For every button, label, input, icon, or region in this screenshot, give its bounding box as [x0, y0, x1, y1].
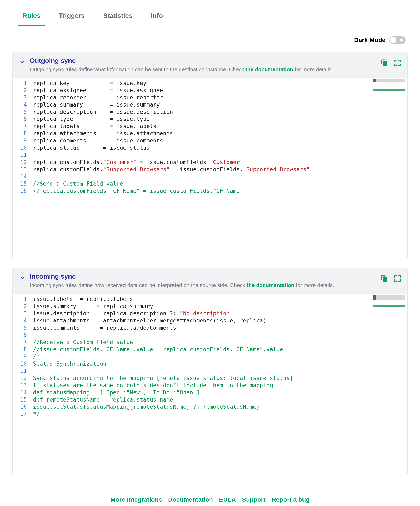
code-line[interactable]: 7replica.labels = issue.labels	[13, 123, 407, 130]
chevron-down-icon[interactable]	[19, 59, 26, 66]
code-text[interactable]: replica.customFields."Supported Browsers…	[33, 166, 407, 173]
outgoing-panel-header: Outgoing sync Outgoing sync rules define…	[13, 52, 407, 78]
code-line[interactable]: 2replica.assignee = issue.assignee	[13, 87, 407, 94]
tab-info[interactable]: Info	[151, 8, 163, 26]
code-text[interactable]: replica.status = issue.status	[33, 144, 407, 151]
code-line[interactable]: 16//replica.customFields."CF Name" = iss…	[13, 187, 407, 194]
footer-documentation[interactable]: Documentation	[168, 496, 213, 503]
code-line[interactable]: 3replica.reporter = issue.reporter	[13, 94, 407, 101]
code-line[interactable]: 9replica.comments = issue.comments	[13, 137, 407, 144]
footer-support[interactable]: Support	[242, 496, 265, 503]
code-text[interactable]: /*	[33, 353, 407, 360]
outgoing-code-editor[interactable]: 1replica.key = issue.key2replica.assigne…	[13, 78, 407, 259]
line-number: 6	[13, 331, 33, 339]
code-line[interactable]: 12replica.customFields."Customer" = issu…	[13, 159, 407, 166]
footer-report-bug[interactable]: Report a bug	[272, 496, 310, 503]
code-text[interactable]: //issue.customFields."CF Name".value = r…	[33, 346, 407, 353]
incoming-doc-link[interactable]: the documentation	[247, 282, 295, 288]
code-line[interactable]: 11	[13, 367, 407, 374]
outgoing-code-lines[interactable]: 1replica.key = issue.key2replica.assigne…	[13, 78, 407, 196]
code-line[interactable]: 17*/	[13, 410, 407, 418]
code-text[interactable]: //Send a Custom Field value	[33, 180, 407, 187]
line-number: 2	[13, 303, 33, 310]
code-line[interactable]: 13replica.customFields."Supported Browse…	[13, 166, 407, 173]
code-line[interactable]: 13If statuses are the same on both sides…	[13, 382, 407, 389]
code-line[interactable]: 15//Send a Custom Field value	[13, 180, 407, 187]
code-text[interactable]: replica.assignee = issue.assignee	[33, 87, 407, 94]
code-line[interactable]: 9/*	[13, 353, 407, 360]
code-text[interactable]: Sync status according to the mapping [re…	[33, 374, 407, 382]
minimap-icon[interactable]	[373, 80, 406, 91]
code-text[interactable]: issue.description = replica.description …	[33, 310, 407, 317]
incoming-code-lines[interactable]: 1issue.labels = replica.labels2issue.sum…	[13, 294, 407, 419]
code-line[interactable]: 14def statusMapping = ["Open":"New", "To…	[13, 389, 407, 396]
code-line[interactable]: 3issue.description = replica.description…	[13, 310, 407, 317]
code-text[interactable]: issue.setStatus(statusMapping[remoteStat…	[33, 403, 407, 410]
code-text[interactable]: replica.reporter = issue.reporter	[33, 94, 407, 101]
code-line[interactable]: 2issue.summary = replica.summary	[13, 303, 407, 310]
code-line[interactable]: 11	[13, 151, 407, 159]
fullscreen-icon[interactable]	[394, 59, 401, 67]
code-line[interactable]: 7//Receive a Custom Field value	[13, 339, 407, 346]
code-text[interactable]: replica.type = issue.type	[33, 115, 407, 123]
code-line[interactable]: 14	[13, 173, 407, 180]
code-text[interactable]	[33, 151, 407, 159]
code-line[interactable]: 6replica.type = issue.type	[13, 115, 407, 123]
code-line[interactable]: 15def remoteStatusName = replica.status.…	[13, 396, 407, 403]
copy-icon[interactable]	[380, 275, 388, 282]
code-line[interactable]: 6	[13, 331, 407, 339]
code-text[interactable]: replica.summary = issue.summary	[33, 101, 407, 108]
outgoing-doc-link[interactable]: the documentation	[246, 66, 293, 73]
code-line[interactable]: 10Status Synchronization	[13, 360, 407, 367]
code-text[interactable]: If statuses are the same on both sides d…	[33, 382, 407, 389]
code-text[interactable]: Status Synchronization	[33, 360, 407, 367]
line-number: 10	[13, 144, 33, 151]
code-line[interactable]: 10replica.status = issue.status	[13, 144, 407, 151]
incoming-code-editor[interactable]: 1issue.labels = replica.labels2issue.sum…	[13, 294, 407, 475]
incoming-panel-header: Incoming sync Incoming sync rules define…	[13, 268, 407, 294]
code-line[interactable]: 5issue.comments += replica.addedComments	[13, 324, 407, 331]
code-text[interactable]	[33, 173, 407, 180]
tab-triggers[interactable]: Triggers	[59, 8, 85, 26]
code-text[interactable]: issue.comments += replica.addedComments	[33, 324, 407, 331]
code-line[interactable]: 5replica.description = issue.description	[13, 108, 407, 115]
line-number: 4	[13, 101, 33, 108]
chevron-down-icon[interactable]	[19, 274, 26, 281]
dark-mode-toggle[interactable]: ✕	[389, 36, 406, 44]
code-line[interactable]: 16issue.setStatus(statusMapping[remoteSt…	[13, 403, 407, 410]
code-text[interactable]: replica.labels = issue.labels	[33, 123, 407, 130]
line-number: 8	[13, 130, 33, 137]
code-text[interactable]: replica.description = issue.description	[33, 108, 407, 115]
code-text[interactable]: replica.comments = issue.comments	[33, 137, 407, 144]
line-number: 5	[13, 108, 33, 115]
footer-more-integrations[interactable]: More Integrations	[110, 496, 162, 503]
code-text[interactable]: def statusMapping = ["Open":"New", "To D…	[33, 389, 407, 396]
code-line[interactable]: 8replica.attachments = issue.attachments	[13, 130, 407, 137]
fullscreen-icon[interactable]	[394, 275, 401, 282]
code-text[interactable]	[33, 331, 407, 339]
code-line[interactable]: 1issue.labels = replica.labels	[13, 295, 407, 303]
code-text[interactable]: //Receive a Custom Field value	[33, 339, 407, 346]
code-text[interactable]: issue.labels = replica.labels	[33, 295, 407, 303]
code-text[interactable]	[33, 367, 407, 374]
code-text[interactable]: replica.attachments = issue.attachments	[33, 130, 407, 137]
code-line[interactable]: 4replica.summary = issue.summary	[13, 101, 407, 108]
tab-statistics[interactable]: Statistics	[103, 8, 132, 26]
footer-eula[interactable]: EULA	[219, 496, 236, 503]
code-line[interactable]: 1replica.key = issue.key	[13, 80, 407, 87]
code-line[interactable]: 4issue.attachments = attachmentHelper.me…	[13, 317, 407, 324]
code-text[interactable]: */	[33, 410, 407, 418]
line-number: 15	[13, 180, 33, 187]
code-text[interactable]: issue.attachments = attachmentHelper.mer…	[33, 317, 407, 324]
line-number: 2	[13, 87, 33, 94]
code-line[interactable]: 12Sync status according to the mapping […	[13, 374, 407, 382]
code-text[interactable]: def remoteStatusName = replica.status.na…	[33, 396, 407, 403]
code-text[interactable]: replica.key = issue.key	[33, 80, 407, 87]
copy-icon[interactable]	[380, 59, 388, 67]
tab-rules[interactable]: Rules	[23, 8, 40, 26]
code-text[interactable]: replica.customFields."Customer" = issue.…	[33, 159, 407, 166]
minimap-icon[interactable]	[373, 295, 406, 307]
code-line[interactable]: 8//issue.customFields."CF Name".value = …	[13, 346, 407, 353]
code-text[interactable]: issue.summary = replica.summary	[33, 303, 407, 310]
code-text[interactable]: //replica.customFields."CF Name" = issue…	[33, 187, 407, 194]
